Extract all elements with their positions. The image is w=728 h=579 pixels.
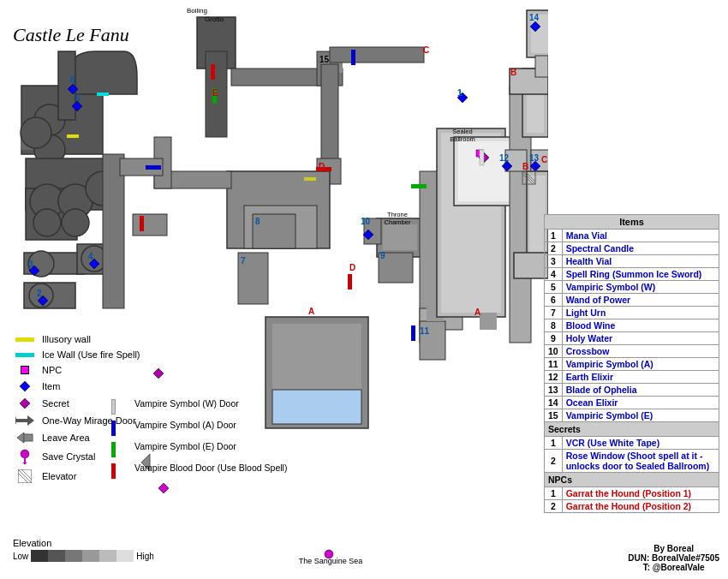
svg-text:C: C [423,45,429,55]
svg-text:12: 12 [499,153,510,163]
one-way-door-icon [13,415,37,427]
svg-rect-60 [514,253,548,278]
legend-ice-wall: Ice Wall (Use fire Spell) [13,349,210,360]
map-container: 6 5 3 4 2 E 15 C D D 8 7 A 10 9 11 1 B [0,0,728,579]
elevation-swatches: Low High [13,550,154,562]
svg-text:9: 9 [380,251,385,260]
svg-marker-136 [17,433,24,443]
w-door-icon [111,399,130,416]
table-row: 6Wand of Power [545,294,719,307]
svg-point-13 [62,209,89,236]
table-row: 2Rose Window (Shoot spell at it - unlock… [545,450,719,473]
svg-rect-86 [411,325,415,341]
items-table: Items 1Mana Vial 2Spectral Candle 3Healt… [544,214,719,513]
svg-text:3: 3 [28,260,33,269]
elevation-swatch-3 [65,550,82,562]
svg-text:B: B [522,162,528,171]
door-legend-a: Vampire Symbol (A) Door [111,420,287,438]
items-table-container: Items 1Mana Vial 2Spectral Candle 3Healt… [544,214,719,513]
door-legend-w: Vampire Symbol (W) Door [111,398,287,416]
table-row: 1VCR (Use White Tape) [545,437,719,450]
svg-text:2: 2 [37,289,42,298]
svg-rect-20 [103,154,124,308]
npcs-header: NPCs [545,473,719,487]
table-row: 10Crossbow [545,345,719,358]
legend-illusory-wall: Illusory wall [13,334,210,344]
svg-text:Grotto: Grotto [205,15,224,23]
svg-rect-38 [383,224,417,250]
items-header: Items [545,215,719,230]
svg-text:C: C [541,155,547,164]
leave-area-icon [13,432,37,444]
svg-rect-21 [133,214,167,236]
svg-text:6: 6 [70,75,75,85]
table-row: 11Vampiric Symbol (A) [545,358,719,371]
svg-marker-140 [22,463,27,464]
save-crystal-icon [13,449,37,464]
svg-rect-83 [140,216,144,231]
svg-point-12 [33,209,61,236]
svg-text:13: 13 [529,153,540,163]
svg-text:11: 11 [420,326,430,336]
e-door-icon [111,442,130,459]
secret-icon [13,397,37,409]
svg-point-138 [21,450,29,458]
table-row: 1Mana Vial [545,230,719,242]
elevation-swatch-6 [116,550,134,562]
svg-marker-131 [20,381,30,391]
blood-door-icon [111,463,130,481]
door-legend-blood: Vampire Blood Door (Use Blood Spell) [111,463,287,481]
table-row: 8Blood Wine [545,319,719,332]
table-row: 5Vampiric Symbol (W) [545,281,719,294]
svg-text:10: 10 [361,217,371,226]
svg-text:B: B [510,68,516,77]
svg-rect-137 [24,434,33,441]
svg-text:Throne: Throne [387,211,408,218]
svg-text:Ballroom: Ballroom [450,135,475,143]
svg-rect-90 [67,134,79,138]
door-legend-e: Vampire Symbol (E) Door [111,441,287,459]
svg-text:7: 7 [241,256,246,266]
item-icon [13,380,37,392]
svg-rect-61 [480,313,497,330]
svg-text:Sealed: Sealed [452,128,472,135]
elevation-swatch-5 [99,550,116,562]
svg-line-142 [18,469,32,483]
elevator-icon [13,469,37,483]
svg-rect-88 [411,184,427,188]
table-row: 7Light Urn [545,307,719,319]
svg-rect-28 [321,64,338,167]
map-title: Castle Le Fanu [13,24,129,46]
table-row: 15Vampiric Symbol (E) [545,409,719,422]
secrets-header: Secrets [545,422,719,437]
table-row: 13Blade of Ophelia [545,384,719,397]
svg-text:14: 14 [529,13,540,22]
svg-text:8: 8 [255,217,260,226]
svg-text:5: 5 [75,93,81,103]
table-row: 2Garrat the Hound (Position 2) [545,500,719,513]
table-row: 14Ocean Elixir [545,397,719,409]
elevation-swatch-4 [82,550,99,562]
table-row: 12Earth Elixir [545,371,719,384]
illusory-wall-icon [13,337,37,342]
svg-text:D: D [349,263,355,272]
svg-text:A: A [474,307,480,317]
svg-rect-84 [146,165,161,170]
elevation-swatch-2 [48,550,65,562]
svg-rect-82 [348,274,352,290]
door-legend: Vampire Symbol (W) Door Vampire Symbol (… [111,398,287,484]
svg-rect-92 [97,93,109,96]
svg-text:D: D [319,162,325,171]
a-door-icon [111,421,130,438]
legend-npc: NPC [13,365,210,375]
table-row: 3Health Vial [545,255,719,268]
table-row: 2Spectral Candle [545,242,719,255]
svg-rect-80 [211,64,215,80]
svg-rect-89 [480,150,484,165]
svg-point-5 [21,117,51,148]
table-row: 4Spell Ring (Summon Ice Sword) [545,268,719,281]
svg-text:E: E [212,88,218,98]
svg-rect-133 [15,419,29,422]
elevation-bar: Elevation Low High [13,538,154,562]
svg-rect-27 [330,47,424,63]
